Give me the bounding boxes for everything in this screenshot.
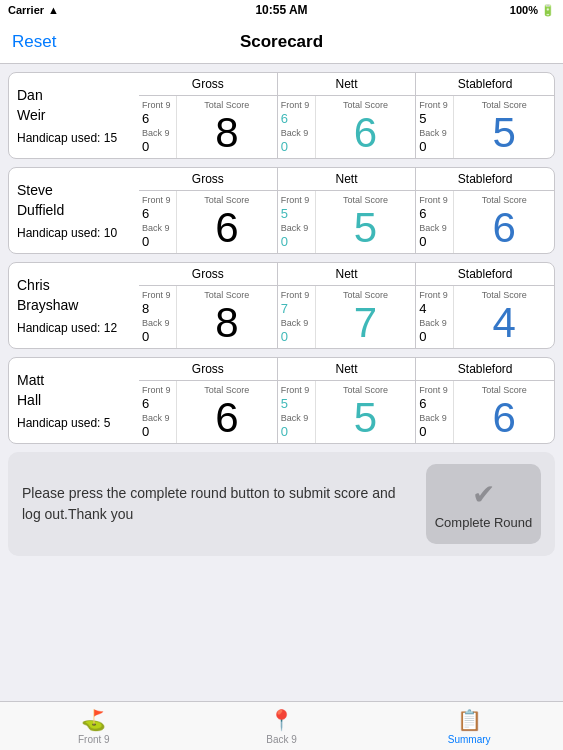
player-info-3: MattHall Handicap used: 5: [9, 358, 139, 443]
stableford-header-3: Stableford: [415, 358, 554, 380]
nett-header-0: Nett: [277, 73, 416, 95]
stableford-total-val-3: 6: [493, 397, 516, 439]
stableford-total-col-3: Total Score 6: [454, 381, 554, 443]
nett-front9-val-3: 5: [281, 396, 312, 411]
nett-total-val-0: 6: [354, 112, 377, 154]
gross-front9-val-3: 6: [142, 396, 173, 411]
tab-summary[interactable]: 📋 Summary: [375, 702, 563, 750]
section-body-row-0: Front 9 6 Back 9 0 Total Score 8: [139, 96, 554, 158]
section-header-row-1: Gross Nett Stableford: [139, 168, 554, 191]
nett-front9-label-0: Front 9: [281, 100, 312, 111]
gross-section-0: Front 9 6 Back 9 0 Total Score 8: [139, 96, 277, 158]
complete-round-button[interactable]: ✔ Complete Round: [426, 464, 541, 544]
player-name-3: MattHall: [17, 371, 131, 410]
stableford-front9-label-1: Front 9: [419, 195, 450, 206]
complete-round-label: Complete Round: [435, 515, 533, 530]
nett-col-left-1: Front 9 5 Back 9 0: [278, 191, 316, 253]
section-header-row-2: Gross Nett Stableford: [139, 263, 554, 286]
score-sections-2: Gross Nett Stableford Front 9 8 Back 9 0: [139, 263, 554, 348]
tab-bar: ⛳ Front 9 📍 Back 9 📋 Summary: [0, 701, 563, 750]
checkmark-icon: ✔: [472, 478, 495, 511]
gross-col-left-3: Front 9 6 Back 9 0: [139, 381, 177, 443]
tab-summary-icon: 📋: [457, 708, 482, 732]
nett-col-left-2: Front 9 7 Back 9 0: [278, 286, 316, 348]
gross-total-val-3: 6: [215, 397, 238, 439]
tab-front9-icon: ⛳: [81, 708, 106, 732]
player-handicap-3: Handicap used: 5: [17, 416, 131, 430]
gross-col-left-1: Front 9 6 Back 9 0: [139, 191, 177, 253]
gross-total-val-2: 8: [215, 302, 238, 344]
gross-total-col-1: Total Score 6: [177, 191, 277, 253]
nav-title: Scorecard: [240, 32, 323, 52]
stableford-front9-val-1: 6: [419, 206, 450, 221]
stableford-section-2: Front 9 4 Back 9 0 Total Score 4: [415, 286, 554, 348]
stableford-section-0: Front 9 5 Back 9 0 Total Score 5: [415, 96, 554, 158]
nett-back9-label-3: Back 9: [281, 413, 312, 424]
score-sections-1: Gross Nett Stableford Front 9 6 Back 9 0: [139, 168, 554, 253]
player-name-1: SteveDuffield: [17, 181, 131, 220]
gross-back9-label-1: Back 9: [142, 223, 173, 234]
tab-back9[interactable]: 📍 Back 9: [188, 702, 376, 750]
gross-back9-val-3: 0: [142, 424, 173, 439]
section-body-row-2: Front 9 8 Back 9 0 Total Score 8: [139, 286, 554, 348]
nett-col-left-0: Front 9 6 Back 9 0: [278, 96, 316, 158]
gross-total-val-1: 6: [215, 207, 238, 249]
status-right: 100% 🔋: [510, 4, 555, 17]
nett-back9-val-0: 0: [281, 139, 312, 154]
player-handicap-2: Handicap used: 12: [17, 321, 131, 335]
stableford-back9-label-0: Back 9: [419, 128, 450, 139]
player-card-2: ChrisBrayshaw Handicap used: 12 Gross Ne…: [8, 262, 555, 349]
section-header-row-0: Gross Nett Stableford: [139, 73, 554, 96]
stableford-back9-label-2: Back 9: [419, 318, 450, 329]
gross-header-3: Gross: [139, 358, 277, 380]
nett-section-2: Front 9 7 Back 9 0 Total Score 7: [277, 286, 416, 348]
nett-total-val-1: 5: [354, 207, 377, 249]
stableford-back9-label-3: Back 9: [419, 413, 450, 424]
tab-front9[interactable]: ⛳ Front 9: [0, 702, 188, 750]
nett-total-col-0: Total Score 6: [316, 96, 416, 158]
gross-front9-val-1: 6: [142, 206, 173, 221]
nett-front9-val-2: 7: [281, 301, 312, 316]
tab-back9-icon: 📍: [269, 708, 294, 732]
player-name-0: DanWeir: [17, 86, 131, 125]
section-header-row-3: Gross Nett Stableford: [139, 358, 554, 381]
gross-section-1: Front 9 6 Back 9 0 Total Score 6: [139, 191, 277, 253]
nett-back9-label-1: Back 9: [281, 223, 312, 234]
nett-front9-label-1: Front 9: [281, 195, 312, 206]
nett-header-3: Nett: [277, 358, 416, 380]
gross-col-left-2: Front 9 8 Back 9 0: [139, 286, 177, 348]
tab-back9-label: Back 9: [266, 734, 297, 745]
nett-front9-val-1: 5: [281, 206, 312, 221]
stableford-total-col-0: Total Score 5: [454, 96, 554, 158]
nett-total-val-3: 5: [354, 397, 377, 439]
gross-front9-label-2: Front 9: [142, 290, 173, 301]
nett-section-0: Front 9 6 Back 9 0 Total Score 6: [277, 96, 416, 158]
nett-total-val-2: 7: [354, 302, 377, 344]
gross-front9-label-1: Front 9: [142, 195, 173, 206]
nett-section-1: Front 9 5 Back 9 0 Total Score 5: [277, 191, 416, 253]
nav-bar: Reset Scorecard: [0, 20, 563, 64]
nett-back9-val-1: 0: [281, 234, 312, 249]
gross-total-col-3: Total Score 6: [177, 381, 277, 443]
nett-section-3: Front 9 5 Back 9 0 Total Score 5: [277, 381, 416, 443]
reset-button[interactable]: Reset: [12, 32, 56, 52]
nett-back9-val-3: 0: [281, 424, 312, 439]
tab-front9-label: Front 9: [78, 734, 110, 745]
stableford-header-1: Stableford: [415, 168, 554, 190]
gross-header-0: Gross: [139, 73, 277, 95]
player-info-1: SteveDuffield Handicap used: 10: [9, 168, 139, 253]
nett-col-left-3: Front 9 5 Back 9 0: [278, 381, 316, 443]
gross-header-2: Gross: [139, 263, 277, 285]
nett-back9-label-0: Back 9: [281, 128, 312, 139]
nett-front9-label-2: Front 9: [281, 290, 312, 301]
nett-back9-label-2: Back 9: [281, 318, 312, 329]
bottom-message: Please press the complete round button t…: [22, 483, 414, 525]
nett-total-col-3: Total Score 5: [316, 381, 416, 443]
player-card-0: DanWeir Handicap used: 15 Gross Nett Sta…: [8, 72, 555, 159]
stableford-total-col-1: Total Score 6: [454, 191, 554, 253]
gross-front9-val-2: 8: [142, 301, 173, 316]
bottom-area: Please press the complete round button t…: [8, 452, 555, 556]
status-time: 10:55 AM: [255, 3, 307, 17]
gross-total-col-0: Total Score 8: [177, 96, 277, 158]
player-handicap-0: Handicap used: 15: [17, 131, 131, 145]
